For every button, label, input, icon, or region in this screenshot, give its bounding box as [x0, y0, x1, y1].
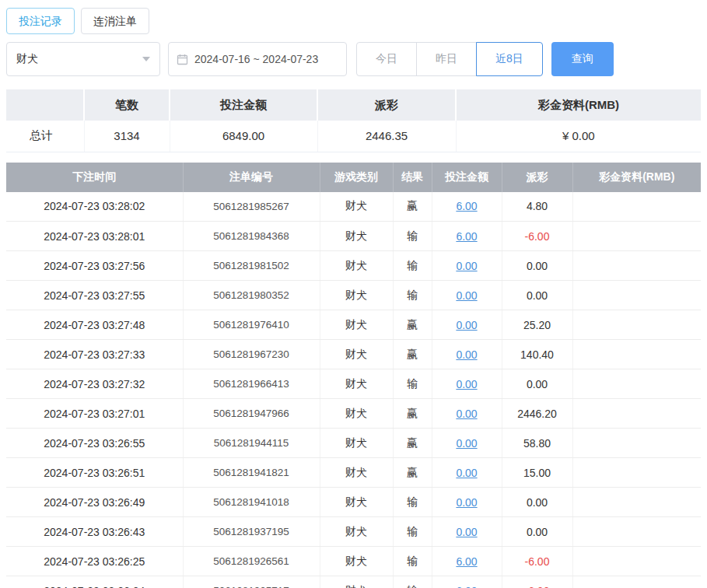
summary-total-bet-amount: 6849.00: [170, 121, 317, 152]
bet-amount-link[interactable]: 6.00: [456, 200, 477, 212]
cell-game-type: 财犬: [320, 310, 393, 340]
last-8-days-button[interactable]: 近8日: [476, 42, 543, 76]
top-tabs: 投注记录 连消注单: [6, 8, 701, 34]
cell-payout: 140.40: [502, 340, 572, 369]
bet-amount-link[interactable]: 6.00: [456, 585, 477, 588]
cell-result: 赢: [393, 458, 432, 488]
cell-payout: -6.00: [502, 547, 572, 576]
summary-total-bonus: ¥ 0.00: [456, 121, 701, 152]
records-header-row: 下注时间 注单编号 游戏类别 结果 投注金额 派彩 彩金资料(RMB): [6, 163, 701, 192]
cell-order-id: 5061281944115: [183, 429, 320, 458]
cell-order-id: 5061281980352: [183, 281, 320, 310]
table-row: 2024-07-23 03:27:555061281980352财犬输0.000…: [6, 281, 701, 310]
cell-result: 赢: [393, 310, 432, 340]
table-row: 2024-07-23 03:27:485061281976410财犬赢0.002…: [6, 310, 701, 340]
cell-game-type: 财犬: [320, 192, 393, 222]
bet-amount-link[interactable]: 0.00: [456, 289, 477, 302]
cell-bonus: [572, 517, 701, 547]
cell-order-id: 5061281941821: [183, 458, 320, 488]
bet-amount-link[interactable]: 0.00: [456, 378, 477, 390]
cell-game-type: 财犬: [320, 488, 393, 517]
bet-amount-link[interactable]: 0.00: [456, 408, 477, 420]
cell-bonus: [572, 429, 701, 458]
col-header-result: 结果: [393, 163, 432, 192]
cell-order-id: 5061281937195: [183, 517, 320, 547]
cell-result: 输: [393, 281, 432, 310]
bet-amount-link[interactable]: 0.00: [456, 526, 477, 538]
cell-bonus: [572, 310, 701, 340]
bet-amount-link[interactable]: 0.00: [456, 437, 477, 450]
cell-game-type: 财犬: [320, 369, 393, 399]
search-button[interactable]: 查询: [551, 42, 614, 76]
chevron-down-icon: [142, 57, 150, 61]
cell-bet-time: 2024-07-23 03:26:24: [6, 576, 183, 588]
cell-bet-time: 2024-07-23 03:26:25: [6, 547, 183, 576]
page: 投注记录 连消注单 财犬 2024-07-16 ~ 2024-07-23 今日 …: [0, 0, 707, 588]
col-header-bonus: 彩金资料(RMB): [572, 163, 701, 192]
cell-payout: 4.80: [502, 192, 572, 222]
cell-payout: 25.20: [502, 310, 572, 340]
summary-header-payout: 派彩: [317, 89, 456, 121]
bet-amount-link[interactable]: 0.00: [456, 496, 477, 509]
cell-order-id: 5061281981502: [183, 251, 320, 281]
cell-payout: -6.00: [502, 576, 572, 588]
cell-bet-time: 2024-07-23 03:27:32: [6, 369, 183, 399]
game-type-select[interactable]: 财犬: [6, 42, 160, 76]
cell-bonus: [572, 251, 701, 281]
cell-game-type: 财犬: [320, 222, 393, 251]
table-row: 2024-07-23 03:26:435061281937195财犬输0.000…: [6, 517, 701, 547]
cell-bet-time: 2024-07-23 03:27:01: [6, 399, 183, 429]
cell-bet-amount: 0.00: [432, 340, 502, 369]
table-row: 2024-07-23 03:27:335061281967230财犬赢0.001…: [6, 340, 701, 369]
cell-order-id: 5061281966413: [183, 369, 320, 399]
cell-bet-time: 2024-07-23 03:27:55: [6, 281, 183, 310]
cell-payout: 0.00: [502, 488, 572, 517]
cell-game-type: 财犬: [320, 576, 393, 588]
yesterday-button[interactable]: 昨日: [416, 42, 477, 76]
tab-cancelled-orders[interactable]: 连消注单: [81, 8, 149, 34]
date-range-picker[interactable]: 2024-07-16 ~ 2024-07-23: [168, 42, 347, 76]
cell-result: 输: [393, 369, 432, 399]
cell-order-id: 5061281967230: [183, 340, 320, 369]
summary-total-payout: 2446.35: [317, 121, 456, 152]
bet-amount-link[interactable]: 0.00: [456, 319, 477, 331]
cell-order-id: 5061281926561: [183, 547, 320, 576]
cell-bet-amount: 0.00: [432, 369, 502, 399]
cell-bonus: [572, 458, 701, 488]
cell-bet-time: 2024-07-23 03:27:33: [6, 340, 183, 369]
cell-game-type: 财犬: [320, 340, 393, 369]
cell-bonus: [572, 369, 701, 399]
cell-bet-amount: 0.00: [432, 429, 502, 458]
cell-result: 输: [393, 488, 432, 517]
cell-bet-amount: 0.00: [432, 281, 502, 310]
bet-amount-link[interactable]: 6.00: [456, 555, 477, 568]
cell-result: 输: [393, 517, 432, 547]
cell-bet-time: 2024-07-23 03:27:56: [6, 251, 183, 281]
today-button[interactable]: 今日: [356, 42, 417, 76]
cell-game-type: 财犬: [320, 517, 393, 547]
cell-bet-time: 2024-07-23 03:28:01: [6, 222, 183, 251]
cell-bet-time: 2024-07-23 03:26:51: [6, 458, 183, 488]
table-row: 2024-07-23 03:27:325061281966413财犬输0.000…: [6, 369, 701, 399]
cell-payout: 0.00: [502, 517, 572, 547]
bet-amount-link[interactable]: 0.00: [456, 348, 477, 361]
summary-header-bonus: 彩金资料(RMB): [456, 89, 701, 121]
cell-game-type: 财犬: [320, 547, 393, 576]
records-table: 下注时间 注单编号 游戏类别 结果 投注金额 派彩 彩金资料(RMB) 2024…: [6, 163, 701, 588]
date-range-value: 2024-07-16 ~ 2024-07-23: [194, 53, 318, 65]
cell-payout: 0.00: [502, 369, 572, 399]
tab-bet-records[interactable]: 投注记录: [6, 8, 75, 34]
cell-game-type: 财犬: [320, 281, 393, 310]
table-row: 2024-07-23 03:28:015061281984368财犬输6.00-…: [6, 222, 701, 251]
cell-payout: 0.00: [502, 281, 572, 310]
summary-header-row: 笔数 投注金额 派彩 彩金资料(RMB): [6, 89, 701, 121]
cell-payout: 2446.20: [502, 399, 572, 429]
summary-total-label: 总计: [6, 121, 84, 152]
cell-bonus: [572, 192, 701, 222]
col-header-bet-amount: 投注金额: [432, 163, 502, 192]
bet-amount-link[interactable]: 6.00: [456, 230, 477, 243]
bet-amount-link[interactable]: 0.00: [456, 467, 477, 479]
bet-amount-link[interactable]: 0.00: [456, 260, 477, 272]
filter-bar: 财犬 2024-07-16 ~ 2024-07-23 今日 昨日 近8日 查询: [6, 42, 701, 76]
cell-game-type: 财犬: [320, 458, 393, 488]
